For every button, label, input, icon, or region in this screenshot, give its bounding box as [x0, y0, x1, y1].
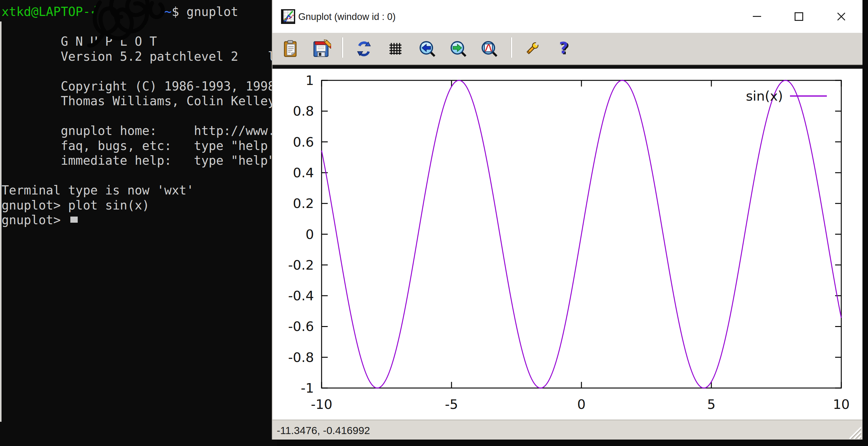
- toolbar-separator: [510, 37, 512, 58]
- zoom-next-icon: [450, 40, 467, 57]
- configure-icon: [523, 40, 540, 57]
- terminal-line: immediate help: type "help": [2, 153, 277, 168]
- autoscale-icon: [481, 40, 498, 57]
- zoom-previous-button[interactable]: [415, 35, 439, 62]
- help-button[interactable]: ? ?: [552, 35, 575, 62]
- toggle-grid-button[interactable]: [383, 35, 407, 62]
- status-bar: -11.3476, -0.416992: [273, 420, 863, 440]
- background-window-edge: [0, 22, 2, 422]
- resize-grip[interactable]: [845, 423, 861, 439]
- autoscale-button[interactable]: [477, 35, 501, 62]
- plot-canvas[interactable]: [273, 69, 863, 420]
- minimize-button[interactable]: [743, 0, 771, 33]
- title-bar[interactable]: Gnuplot (window id : 0): [273, 0, 863, 33]
- prompt-command: $ gnuplot: [172, 5, 238, 19]
- zoom-previous-icon: [418, 40, 436, 57]
- prompt-user-host: xtkd@LAPTOP-: [2, 5, 90, 19]
- terminal-line: gnuplot> plot sin(x): [2, 198, 277, 213]
- terminal-line: [2, 168, 277, 183]
- copy-to-clipboard-icon: [282, 39, 299, 58]
- minimize-icon: [753, 16, 761, 17]
- desktop: xtkd@LAPTOP- ~$ gnuplot G N U P L O T Ve…: [0, 0, 868, 446]
- close-icon: [836, 12, 846, 22]
- terminal-line: Copyright (C) 1986-1993, 1998: [2, 79, 277, 94]
- toggle-grid-icon: [387, 41, 403, 57]
- ink-scribble-redaction: [83, 0, 172, 52]
- terminal-line: [2, 64, 277, 79]
- terminal-line: gnuplot>: [2, 213, 277, 228]
- gnuplot-logo-icon: [281, 9, 295, 24]
- maximize-icon: [795, 12, 803, 21]
- svg-text:?: ?: [559, 40, 568, 57]
- maximize-button[interactable]: [785, 0, 813, 33]
- copy-to-clipboard-button[interactable]: [279, 35, 302, 62]
- terminal-line: Thomas Williams, Colin Kelley: [2, 94, 277, 109]
- terminal-line: faq, bugs, etc: type "help: [2, 138, 277, 153]
- toolbar-bottom-rule: [273, 65, 863, 69]
- close-button[interactable]: [827, 0, 856, 33]
- gnuplot-window: Gnuplot (window id : 0): [272, 0, 863, 440]
- replot-icon: [356, 40, 372, 57]
- zoom-next-button[interactable]: [446, 35, 470, 62]
- terminal-line: gnuplot home: http://www.: [2, 123, 277, 138]
- replot-button[interactable]: [352, 35, 376, 62]
- cursor-coordinates-readout: -11.3476, -0.416992: [277, 420, 370, 440]
- export-to-file-icon: [313, 39, 331, 58]
- terminal-window[interactable]: xtkd@LAPTOP- ~$ gnuplot G N U P L O T Ve…: [0, 0, 277, 446]
- terminal-line: [2, 109, 277, 124]
- window-title: Gnuplot (window id : 0): [298, 0, 396, 33]
- terminal-cursor: [70, 216, 78, 223]
- configure-button[interactable]: [520, 35, 544, 62]
- terminal-line: Terminal type is now 'wxt': [2, 183, 277, 198]
- help-icon: ? ?: [555, 40, 572, 57]
- toolbar-separator: [342, 37, 343, 58]
- toolbar: ? ?: [273, 33, 863, 65]
- export-to-file-button[interactable]: [310, 35, 334, 62]
